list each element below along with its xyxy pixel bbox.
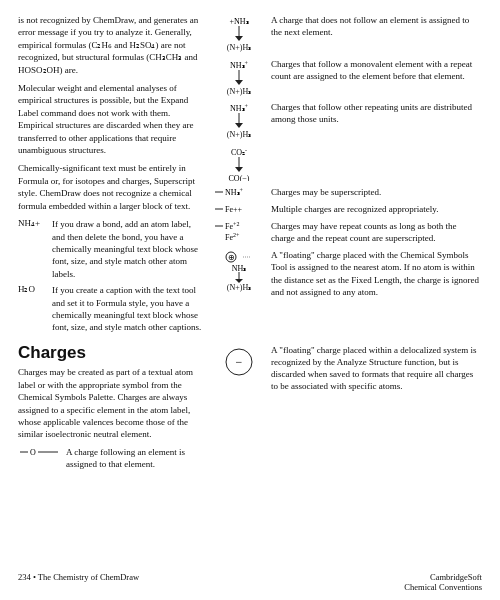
- footer-left: 234 • The Chemistry of ChemDraw: [18, 572, 139, 592]
- para-3: Chemically-significant text must be enti…: [18, 162, 203, 212]
- svg-text:CO(−): CO(−): [229, 174, 250, 181]
- svg-text:O: O: [30, 448, 36, 457]
- svg-text:Fe2+: Fe2+: [225, 232, 240, 242]
- right-column: +NH₃ (N+)H₃ A charge that does not follo…: [213, 14, 482, 338]
- footer: 234 • The Chemistry of ChemDraw Cambridg…: [18, 572, 482, 592]
- diagram-float-nh3: ⊕ NH₃ (N+)H₃: [213, 249, 265, 293]
- desc-1: A charge that does not follow an element…: [271, 14, 482, 38]
- desc-6: Multiple charges are recognized appropri…: [271, 203, 482, 215]
- para-2: Molecular weight and elemental analyses …: [18, 82, 203, 156]
- text-nh4: If you draw a bond, add an atom label, a…: [52, 218, 203, 280]
- rc-row-2: NH₃+ (N+)H₃ Charges that follow a monova…: [213, 58, 482, 97]
- desc-circle-minus: A "floating" charge placed within a delo…: [271, 344, 482, 393]
- label-nh4: NH₄+: [18, 218, 46, 230]
- label-h2o: H₂O: [18, 284, 46, 296]
- rc-row-4: CO₂- CO(−): [213, 145, 482, 181]
- rc-charge-diagrams: +NH₃ (N+)H₃ A charge that does not follo…: [213, 14, 482, 300]
- rc-row-5: NH₃+ Charges may be superscripted.: [213, 186, 482, 198]
- svg-text:⊕: ⊕: [228, 253, 235, 262]
- svg-text:NH₃+: NH₃+: [225, 187, 244, 197]
- rc-row-6: Fe++ Multiple charges are recognized app…: [213, 203, 482, 215]
- footer-right-line1: CambridgeSoft: [404, 572, 482, 582]
- svg-marker-11: [235, 167, 243, 172]
- svg-text:NH₃: NH₃: [232, 264, 247, 273]
- charges-right: − A "floating" charge placed within a de…: [213, 344, 482, 471]
- label-row-nh4: NH₄+ If you draw a bond, add an atom lab…: [18, 218, 203, 280]
- diagram-co2: CO₂- CO(−): [213, 145, 265, 181]
- rc-row-7: Fe+2 Fe2+ Charges may have repeat counts…: [213, 220, 482, 244]
- svg-marker-8: [235, 123, 243, 128]
- svg-text:Fe+2: Fe+2: [225, 221, 239, 231]
- text-h2o: If you create a caption with the text to…: [52, 284, 203, 334]
- charges-heading: Charges: [18, 344, 203, 363]
- diagram-nh3-double: NH₃+ (N+)H₃: [213, 101, 265, 140]
- para-1: is not recognized by ChemDraw, and gener…: [18, 14, 203, 76]
- diagram-circle-minus: −: [213, 344, 265, 380]
- charges-left: Charges Charges may be created as part o…: [18, 344, 203, 471]
- label-row-h2o: H₂O If you create a caption with the tex…: [18, 284, 203, 334]
- diagram-nh3plus-arrow: NH₃+ (N+)H₃: [213, 58, 265, 97]
- rc-row-circle-minus: − A "floating" charge placed within a de…: [213, 344, 482, 393]
- chem-symbol-o: O: [18, 446, 58, 458]
- svg-text:Fe++: Fe++: [225, 205, 243, 214]
- charges-body: Charges may be created as part of a text…: [18, 366, 203, 440]
- footer-right: CambridgeSoft Chemical Conventions: [404, 572, 482, 592]
- charge-o-desc: A charge following an element is assigne…: [66, 446, 203, 471]
- rc-row-3: NH₃+ (N+)H₃ Charges that follow other re…: [213, 101, 482, 140]
- svg-text:NH₃+: NH₃+: [230, 60, 249, 70]
- o-bond-svg: O: [20, 446, 58, 458]
- svg-text:NH₃+: NH₃+: [230, 103, 249, 113]
- rc-row-1: +NH₃ (N+)H₃ A charge that does not follo…: [213, 14, 482, 53]
- svg-text:CO₂-: CO₂-: [231, 147, 247, 157]
- page: is not recognized by ChemDraw, and gener…: [0, 0, 500, 600]
- diagram-nh3-arrow: +NH₃ (N+)H₃: [213, 14, 265, 53]
- charge-row-o: O A charge following an element is assig…: [18, 446, 203, 471]
- desc-3: Charges that follow other repeating unit…: [271, 101, 482, 125]
- desc-8: A "floating" charge placed with the Chem…: [271, 249, 482, 298]
- diagram-fe-pp: Fe++: [213, 203, 265, 215]
- diagram-nh3-sup: NH₃+: [213, 186, 265, 198]
- svg-text:−: −: [236, 355, 243, 369]
- desc-7: Charges may have repeat counts as long a…: [271, 220, 482, 244]
- svg-marker-5: [235, 80, 243, 85]
- diagram-fe2: Fe+2 Fe2+: [213, 220, 265, 242]
- left-column: is not recognized by ChemDraw, and gener…: [18, 14, 203, 338]
- charges-section: Charges Charges may be created as part o…: [18, 344, 482, 471]
- desc-2: Charges that follow a monovalent element…: [271, 58, 482, 82]
- svg-text:+NH₃: +NH₃: [229, 17, 248, 26]
- desc-5: Charges may be superscripted.: [271, 186, 482, 198]
- footer-right-line2: Chemical Conventions: [404, 582, 482, 592]
- svg-marker-2: [235, 36, 243, 41]
- rc-row-8: ⊕ NH₃ (N+)H₃ A "floating" charge placed …: [213, 249, 482, 298]
- top-section: is not recognized by ChemDraw, and gener…: [18, 14, 482, 338]
